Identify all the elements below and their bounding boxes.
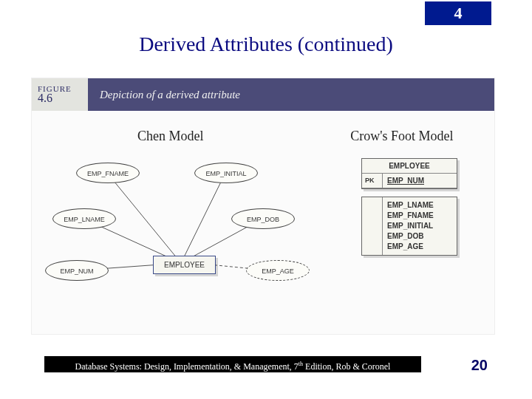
attr-oval-age-derived: EMP_AGE xyxy=(246,260,310,281)
footer-citation: Database Systems: Design, Implementation… xyxy=(44,356,421,372)
crowsfoot-attr: EMP_DOB xyxy=(387,231,452,242)
attr-oval-num: EMP_NUM xyxy=(45,260,109,281)
chen-diagram: EMP_FNAME EMP_INITIAL EMP_LNAME EMP_DOB … xyxy=(41,152,321,322)
slide-title: Derived Attributes (continued) xyxy=(0,33,532,56)
crowsfoot-model-heading: Crow's Foot Model xyxy=(310,129,494,144)
page-number: 20 xyxy=(471,357,488,374)
attr-oval-lname: EMP_LNAME xyxy=(52,208,116,229)
footer-text-pre: Database Systems: Design, Implementation… xyxy=(75,361,299,372)
crowsfoot-pk-attr: EMP_NUM xyxy=(383,174,457,188)
crowsfoot-attr: EMP_FNAME xyxy=(387,211,452,221)
crowsfoot-attr: EMP_AGE xyxy=(387,242,452,252)
figure-header: FIGURE 4.6 Depiction of a derived attrib… xyxy=(32,78,494,111)
svg-line-0 xyxy=(107,173,181,263)
attr-oval-dob: EMP_DOB xyxy=(231,208,295,229)
crowsfoot-attrs-box: EMP_LNAME EMP_FNAME EMP_INITIAL EMP_DOB … xyxy=(361,197,457,256)
chen-model-heading: Chen Model xyxy=(32,129,310,144)
chapter-number-box: 4 xyxy=(425,1,491,25)
crowsfoot-entity-name: EMPLOYEE xyxy=(362,159,457,174)
figure-number-box: FIGURE 4.6 xyxy=(32,78,88,111)
crowsfoot-attrs-spacer xyxy=(362,197,383,255)
attr-oval-fname: EMP_FNAME xyxy=(76,163,140,183)
svg-line-1 xyxy=(181,173,225,263)
footer-text-post: Edition, Rob & Coronel xyxy=(303,361,390,372)
figure-container: FIGURE 4.6 Depiction of a derived attrib… xyxy=(31,78,495,335)
attr-oval-initial: EMP_INITIAL xyxy=(194,163,258,183)
crowsfoot-entity-header-box: EMPLOYEE PK EMP_NUM xyxy=(361,158,457,189)
chen-entity-box: EMPLOYEE xyxy=(153,256,216,274)
crowsfoot-attr: EMP_INITIAL xyxy=(387,221,452,231)
crowsfoot-attr: EMP_LNAME xyxy=(387,200,452,211)
crowsfoot-pk-label: PK xyxy=(362,174,383,188)
figure-caption: Depiction of a derived attribute xyxy=(88,78,494,111)
crowsfoot-attrs-list: EMP_LNAME EMP_FNAME EMP_INITIAL EMP_DOB … xyxy=(383,197,457,255)
model-headings: Chen Model Crow's Foot Model xyxy=(32,129,494,144)
figure-number: 4.6 xyxy=(38,92,88,105)
crowsfoot-pk-row: PK EMP_NUM xyxy=(362,174,457,188)
crowsfoot-diagram: EMPLOYEE PK EMP_NUM EMP_LNAME EMP_FNAME … xyxy=(361,158,457,256)
